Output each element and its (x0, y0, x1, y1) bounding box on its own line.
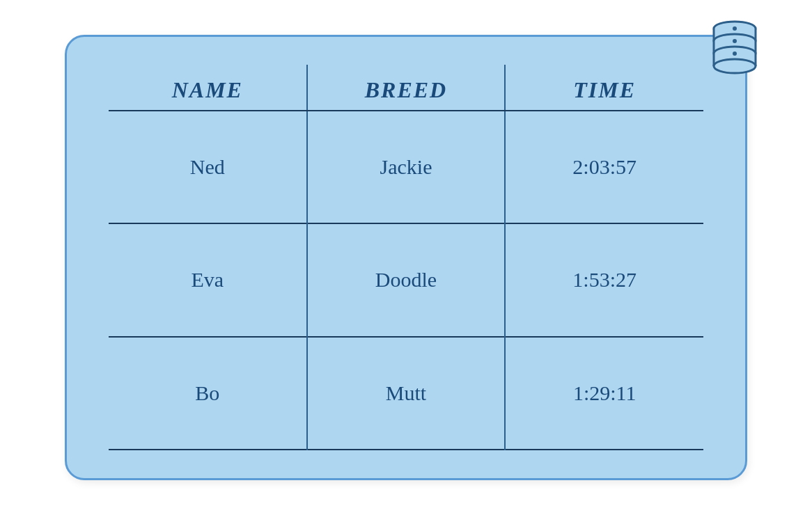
cell-breed-0: Jackie (307, 111, 506, 223)
database-icon (703, 16, 766, 79)
cell-breed-2: Mutt (307, 337, 506, 450)
cell-name-2: Bo (109, 337, 307, 450)
svg-point-12 (714, 59, 756, 73)
cell-time-0: 2:03:57 (505, 111, 703, 223)
cell-name-0: Ned (109, 111, 307, 223)
table-card: NAME BREED TIME NedJackie2:03:57EvaDoodl… (65, 35, 747, 480)
page-container: NAME BREED TIME NedJackie2:03:57EvaDoodl… (23, 17, 789, 498)
cell-time-2: 1:29:11 (505, 337, 703, 450)
header-name: NAME (109, 65, 307, 111)
data-table: NAME BREED TIME NedJackie2:03:57EvaDoodl… (109, 65, 703, 450)
header-breed: BREED (307, 65, 506, 111)
cell-name-1: Eva (109, 223, 307, 336)
svg-point-13 (733, 26, 737, 31)
header-time: TIME (505, 65, 703, 111)
table-header-row: NAME BREED TIME (109, 65, 703, 111)
table-row: NedJackie2:03:57 (109, 111, 703, 223)
table-row: BoMutt1:29:11 (109, 337, 703, 450)
svg-point-15 (733, 52, 737, 56)
table-row: EvaDoodle1:53:27 (109, 223, 703, 336)
svg-point-14 (733, 39, 737, 43)
cell-time-1: 1:53:27 (505, 223, 703, 336)
cell-breed-1: Doodle (307, 223, 506, 336)
